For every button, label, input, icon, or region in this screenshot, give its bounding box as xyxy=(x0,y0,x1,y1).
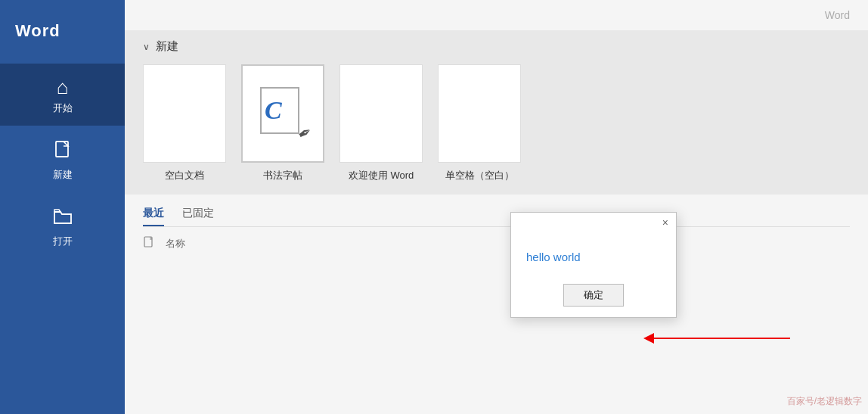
home-icon: ⌂ xyxy=(57,77,69,97)
template-thumb-single-space xyxy=(438,64,521,163)
template-thumb-blank xyxy=(143,64,226,163)
new-doc-icon xyxy=(52,139,73,163)
calligraphy-icon: C ✒ xyxy=(260,87,305,140)
sidebar: Word ⌂ 开始 新建 打开 xyxy=(0,0,125,414)
main-content: Word ∨ 新建 空白文档 C ✒ 书法字帖 xyxy=(125,0,868,414)
dialog-ok-button[interactable]: 确定 xyxy=(563,284,624,307)
template-label-calligraphy: 书法字帖 xyxy=(263,169,302,182)
bottom-section: 最近 已固定 名称 xyxy=(125,195,868,414)
sidebar-nav: ⌂ 开始 新建 打开 xyxy=(0,64,125,259)
dialog-titlebar: × xyxy=(511,213,676,232)
sidebar-item-label-home: 开始 xyxy=(53,101,73,115)
dialog-footer: 确定 xyxy=(511,278,676,317)
table-header-name: 名称 xyxy=(166,237,850,251)
table-header-icon-col xyxy=(143,236,166,251)
sidebar-item-label-new: 新建 xyxy=(53,168,73,182)
chevron-down-icon: ∨ xyxy=(143,42,150,52)
sidebar-item-home[interactable]: ⌂ 开始 xyxy=(0,64,125,126)
dialog-body: hello world xyxy=(511,232,676,278)
tab-recent[interactable]: 最近 xyxy=(143,202,164,226)
template-item-single-space[interactable]: 单空格（空白） xyxy=(438,64,521,182)
top-bar-word-label: Word xyxy=(825,9,850,21)
dialog-message: hello world xyxy=(526,251,581,263)
top-bar: Word xyxy=(125,0,868,30)
new-section-title: 新建 xyxy=(156,39,178,54)
sidebar-item-label-open: 打开 xyxy=(53,235,73,248)
new-section: ∨ 新建 空白文档 C ✒ 书法字帖 xyxy=(125,30,868,195)
template-item-welcome[interactable]: 欢迎使用 Word xyxy=(339,64,423,182)
sidebar-item-open[interactable]: 打开 xyxy=(0,192,125,259)
tab-pinned[interactable]: 已固定 xyxy=(182,202,214,226)
new-section-header: ∨ 新建 xyxy=(143,39,850,54)
dialog-close-button[interactable]: × xyxy=(659,216,671,229)
sidebar-app-title: Word xyxy=(0,0,125,56)
template-label-welcome: 欢迎使用 Word xyxy=(349,169,414,182)
template-label-single-space: 单空格（空白） xyxy=(445,169,514,182)
template-item-calligraphy[interactable]: C ✒ 书法字帖 xyxy=(241,64,324,182)
template-thumb-welcome xyxy=(339,64,423,163)
tabs-row: 最近 已固定 xyxy=(143,202,850,227)
sidebar-item-new[interactable]: 新建 xyxy=(0,126,125,192)
open-folder-icon xyxy=(52,206,73,230)
dialog: × hello world 确定 xyxy=(510,212,677,318)
table-header-row: 名称 xyxy=(143,232,850,255)
template-item-blank[interactable]: 空白文档 xyxy=(143,64,226,182)
template-thumb-calligraphy: C ✒ xyxy=(241,64,324,163)
template-grid: 空白文档 C ✒ 书法字帖 欢迎使用 Word xyxy=(143,64,850,182)
template-label-blank: 空白文档 xyxy=(165,169,204,182)
